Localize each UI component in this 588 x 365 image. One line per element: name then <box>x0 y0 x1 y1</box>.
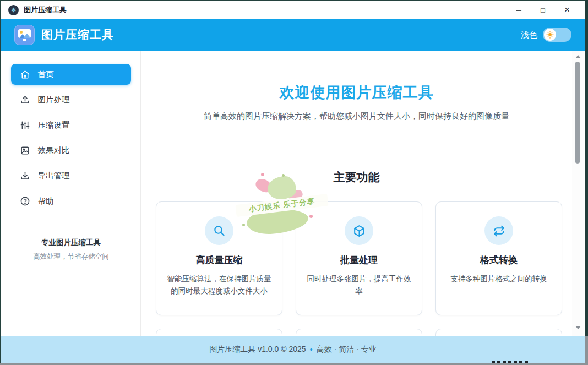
sidebar: 首页 图片处理 压缩设置 <box>1 51 141 336</box>
window-border-right <box>585 0 588 336</box>
feature-card-partial <box>435 329 562 336</box>
welcome-title: 欢迎使用图片压缩工具 <box>141 83 572 102</box>
minimize-button[interactable]: ─ <box>507 2 531 18</box>
feature-icon-circle <box>345 216 373 245</box>
sidebar-item-export-management[interactable]: 导出管理 <box>11 165 131 186</box>
footer-version-text: 图片压缩工具 v1.0.0 © 2025 <box>209 345 306 355</box>
home-icon <box>20 69 31 80</box>
section-title: 主要功能 <box>141 170 572 185</box>
theme-toggle[interactable] <box>543 28 571 42</box>
search-icon <box>213 224 226 237</box>
header-right: 浅色 <box>521 28 571 42</box>
image-monitor-icon <box>18 29 31 38</box>
feature-icon-circle <box>484 216 513 245</box>
feature-title: 批量处理 <box>296 254 422 266</box>
sidebar-item-label: 导出管理 <box>38 171 70 181</box>
minimize-icon: ─ <box>516 6 521 14</box>
theme-toggle-knob[interactable] <box>544 29 556 41</box>
sidebar-item-label: 图片处理 <box>38 95 70 105</box>
feature-card-high-quality: 高质量压缩 智能压缩算法，在保持图片质量的同时最大程度减小文件大小 <box>156 201 282 315</box>
scroll-up-arrow-icon[interactable] <box>575 55 581 58</box>
sidebar-item-label: 首页 <box>38 69 54 80</box>
background-window-artifact <box>492 361 528 363</box>
download-icon <box>20 170 31 181</box>
feature-card-partial <box>296 329 422 336</box>
sidebar-footer-subtitle: 高效处理，节省存储空间 <box>1 252 141 262</box>
scrollbar-thumb[interactable] <box>575 62 580 164</box>
mountain-shape-2 <box>22 34 31 38</box>
theme-label: 浅色 <box>521 30 537 40</box>
feature-description: 支持多种图片格式之间的转换 <box>444 273 553 285</box>
scrollbar[interactable] <box>572 51 584 336</box>
feature-card-batch-processing: 批量处理 同时处理多张图片，提高工作效率 <box>296 201 422 315</box>
sidebar-item-help[interactable]: 帮助 <box>11 190 131 211</box>
app-window: ✻ 图片压缩工具 ─ □ × 图片压缩工具 浅色 <box>0 0 588 365</box>
sidebar-item-compression-settings[interactable]: 压缩设置 <box>11 115 131 135</box>
upload-icon <box>20 94 31 105</box>
sidebar-footer: 专业图片压缩工具 高效处理，节省存储空间 <box>1 238 141 262</box>
welcome-subtitle: 简单高效的图片压缩解决方案，帮助您减小图片文件大小，同时保持良好的图像质量 <box>141 111 572 122</box>
feature-title: 高质量压缩 <box>156 254 282 266</box>
main-content: 欢迎使用图片压缩工具 简单高效的图片压缩解决方案，帮助您减小图片文件大小，同时保… <box>141 51 572 336</box>
body-area: 首页 图片处理 压缩设置 <box>1 51 585 336</box>
footer-separator-dot: • <box>310 345 313 354</box>
feature-description: 同时处理多张图片，提高工作效率 <box>304 273 413 298</box>
window-border-top <box>0 0 588 1</box>
sidebar-item-label: 压缩设置 <box>38 120 70 130</box>
app-footer: 图片压缩工具 v1.0.0 © 2025 • 高效 · 简洁 · 专业 <box>1 336 585 363</box>
monitor-stand <box>23 39 26 41</box>
app-title: 图片压缩工具 <box>41 27 114 42</box>
app-logo <box>14 25 35 45</box>
feature-description: 智能压缩算法，在保持图片质量的同时最大程度减小文件大小 <box>165 273 274 298</box>
feature-title: 格式转换 <box>436 254 562 266</box>
image-compare-icon <box>20 145 31 156</box>
sliders-icon <box>20 119 31 130</box>
feature-card-partial <box>156 329 282 336</box>
window-controls: ─ □ × <box>507 2 579 18</box>
feature-card-format-conversion: 格式转换 支持多种图片格式之间的转换 <box>435 201 562 315</box>
cube-icon <box>352 224 366 238</box>
app-header: 图片压缩工具 浅色 <box>1 19 585 51</box>
maximize-button[interactable]: □ <box>531 2 555 18</box>
feature-icon-circle <box>205 216 233 245</box>
close-button[interactable]: × <box>555 2 579 18</box>
sidebar-item-effect-comparison[interactable]: 效果对比 <box>11 140 131 161</box>
watermark-splat-pink <box>287 189 304 202</box>
sun-icon <box>546 31 554 39</box>
sidebar-divider <box>10 225 132 225</box>
sidebar-footer-title: 专业图片压缩工具 <box>1 238 141 248</box>
maximize-icon: □ <box>541 6 545 14</box>
scroll-down-arrow-icon[interactable] <box>575 326 581 329</box>
sidebar-item-label: 帮助 <box>38 196 54 206</box>
window-border-bottom <box>0 363 588 365</box>
sidebar-item-image-processing[interactable]: 图片处理 <box>11 89 131 110</box>
window-border-left <box>0 0 1 365</box>
footer-slogan-text: 高效 · 简洁 · 专业 <box>317 345 377 355</box>
convert-icon <box>492 224 506 238</box>
window-border-right-lower <box>585 336 588 365</box>
close-icon: × <box>564 4 570 15</box>
title-bar: ✻ 图片压缩工具 ─ □ × <box>1 1 585 19</box>
sidebar-item-home[interactable]: 首页 <box>11 64 131 85</box>
help-icon <box>20 195 31 206</box>
window-title: 图片压缩工具 <box>24 5 67 15</box>
sidebar-item-label: 效果对比 <box>38 145 70 156</box>
window-app-icon: ✻ <box>8 5 19 15</box>
